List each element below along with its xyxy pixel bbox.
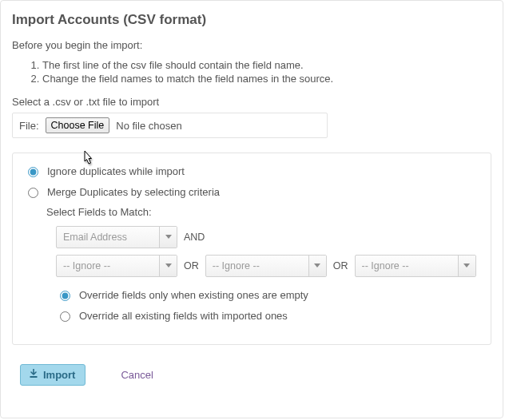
override-all-option[interactable]: Override all existing fields with import… <box>56 309 479 322</box>
cancel-link[interactable]: Cancel <box>121 369 153 381</box>
svg-marker-3 <box>463 263 470 267</box>
merge-duplicates-option[interactable]: Merge Duplicates by selecting criteria <box>24 185 479 198</box>
select-file-label: Select a .csv or .txt file to import <box>12 96 491 108</box>
footer-actions: Import Cancel <box>12 364 491 386</box>
override-empty-label: Override fields only when existing ones … <box>79 289 308 301</box>
download-icon <box>29 369 38 381</box>
svg-rect-4 <box>30 376 38 378</box>
match-field-3-value: -- Ignore -- <box>213 260 260 271</box>
ignore-duplicates-option[interactable]: Ignore duplicates while import <box>24 164 479 177</box>
match-field-4-value: -- Ignore -- <box>362 260 409 271</box>
override-all-radio[interactable] <box>60 311 70 322</box>
match-field-1-select[interactable]: Email Address <box>56 226 177 248</box>
file-input-row: File: Choose File No file chosen <box>12 113 328 138</box>
instructions-list: The first line of the csv file should co… <box>12 59 491 85</box>
merge-duplicates-radio[interactable] <box>28 188 38 198</box>
override-all-label: Override all existing fields with import… <box>79 310 288 322</box>
file-prefix: File: <box>19 120 39 132</box>
choose-file-button[interactable]: Choose File <box>46 117 110 133</box>
import-accounts-panel: Import Accounts (CSV format) Before you … <box>0 0 503 418</box>
page-title: Import Accounts (CSV format) <box>12 12 491 28</box>
match-field-3-select[interactable]: -- Ignore -- <box>205 255 327 277</box>
import-button-label: Import <box>43 369 75 381</box>
file-status-text: No file chosen <box>116 120 181 132</box>
match-row-2: -- Ignore -- OR -- Ignore -- OR -- Ignor… <box>56 255 479 277</box>
match-field-4-select[interactable]: -- Ignore -- <box>355 255 476 277</box>
svg-marker-1 <box>165 263 172 267</box>
ignore-duplicates-radio[interactable] <box>28 167 38 177</box>
override-options: Override fields only when existing ones … <box>56 288 479 322</box>
chevron-down-icon <box>159 256 177 276</box>
chevron-down-icon <box>458 256 475 276</box>
instruction-item: Change the field names to match the fiel… <box>42 73 491 85</box>
svg-marker-2 <box>314 263 320 267</box>
override-empty-radio[interactable] <box>60 291 70 301</box>
match-field-1-value: Email Address <box>63 232 127 243</box>
connector-and: AND <box>184 232 205 243</box>
intro-text: Before you begin the import: <box>12 39 491 51</box>
match-field-2-value: -- Ignore -- <box>63 260 110 271</box>
match-field-2-select[interactable]: -- Ignore -- <box>56 255 177 277</box>
ignore-duplicates-label: Ignore duplicates while import <box>47 165 185 177</box>
instruction-item: The first line of the csv file should co… <box>42 59 491 71</box>
merge-duplicates-label: Merge Duplicates by selecting criteria <box>47 186 220 198</box>
override-empty-option[interactable]: Override fields only when existing ones … <box>56 288 479 301</box>
select-fields-label: Select Fields to Match: <box>46 206 479 218</box>
duplicate-options-box: Ignore duplicates while import Merge Dup… <box>12 153 491 345</box>
connector-or: OR <box>333 260 348 271</box>
import-button[interactable]: Import <box>20 364 85 386</box>
chevron-down-icon <box>308 256 326 276</box>
connector-or: OR <box>184 260 199 271</box>
svg-marker-0 <box>165 235 172 239</box>
chevron-down-icon <box>159 227 177 248</box>
match-row-1: Email Address AND <box>56 226 479 248</box>
